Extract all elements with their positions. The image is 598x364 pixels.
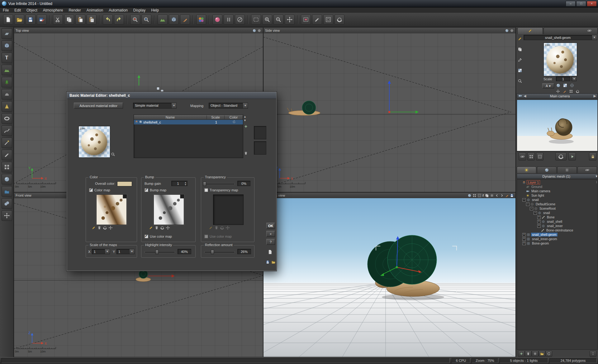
- previous-view-icon[interactable]: [495, 194, 499, 198]
- array-tool[interactable]: [2, 162, 12, 172]
- column-scale[interactable]: Scale: [207, 115, 225, 119]
- snail-object[interactable]: [287, 101, 320, 115]
- uv-mapping-icon[interactable]: [569, 89, 573, 93]
- material-library-icon[interactable]: [271, 260, 275, 264]
- wand-tool[interactable]: [2, 138, 12, 148]
- grid-overlay-icon[interactable]: [527, 152, 535, 161]
- edit-object-icon[interactable]: [517, 35, 523, 42]
- edit-map-icon[interactable]: [209, 226, 213, 230]
- text-tool[interactable]: T: [2, 53, 12, 63]
- add-layer-icon[interactable]: [518, 351, 525, 357]
- color-map-checkbox[interactable]: Color map: [89, 188, 110, 192]
- tree-item-snail-shell[interactable]: +snail_shell: [517, 219, 598, 224]
- menu-atmosphere[interactable]: Atmosphere: [40, 8, 66, 13]
- refresh-tree-icon[interactable]: [545, 351, 552, 357]
- edit-map-icon[interactable]: [92, 226, 96, 230]
- layers-icon[interactable]: [485, 194, 489, 198]
- scale-unit-dropdown[interactable]: ▼: [572, 77, 577, 81]
- transparency-map-thumbnail[interactable]: [213, 194, 244, 225]
- chevron-down-icon[interactable]: ▼: [592, 35, 597, 40]
- menu-render[interactable]: Render: [66, 8, 83, 13]
- import-object-icon[interactable]: [539, 351, 545, 357]
- list-scroll-up-icon[interactable]: ▲: [244, 115, 246, 118]
- inherit-color-icon[interactable]: [232, 120, 236, 124]
- tree-expander-icon[interactable]: −: [534, 211, 537, 215]
- material-editor-button[interactable]: [180, 15, 190, 25]
- x-scale-input[interactable]: 1 ▼: [92, 249, 110, 254]
- export-button[interactable]: [37, 15, 47, 25]
- thumbnail-view-icon[interactable]: [536, 152, 543, 161]
- bump-map-thumbnail[interactable]: [154, 194, 184, 225]
- tree-item-snail-inner-geom[interactable]: +snail_inner-geom: [517, 237, 598, 241]
- pan-view-button[interactable]: [285, 15, 295, 25]
- mesh-bar[interactable]: Dynamic mesh (1) ▾: [517, 174, 598, 179]
- paint-overlay-icon[interactable]: [505, 194, 509, 198]
- tree-item-layer-1[interactable]: Layer 1: [517, 180, 598, 184]
- tree-item-bone[interactable]: +Bone: [517, 215, 598, 219]
- cancel-button[interactable]: ×: [266, 231, 275, 237]
- rotate-map-icon[interactable]: [103, 226, 107, 230]
- delete-map-icon[interactable]: [154, 226, 159, 230]
- terrain-tool[interactable]: [2, 65, 12, 75]
- orbit-camera-button[interactable]: [555, 152, 567, 161]
- render-options-button[interactable]: [196, 15, 206, 25]
- viewport-options-icon[interactable]: [257, 29, 261, 33]
- pick-object-button[interactable]: [130, 15, 140, 25]
- spin-arrows[interactable]: ▲▼: [184, 181, 187, 186]
- cone-tool[interactable]: [2, 101, 12, 112]
- view-list-icon[interactable]: [490, 194, 494, 198]
- object-name-dropdown[interactable]: snail_shell-geom ▼: [524, 35, 597, 40]
- highlight-intensity-slider[interactable]: [145, 250, 175, 254]
- tab-object-links[interactable]: [543, 27, 598, 34]
- paint-icon[interactable]: [562, 89, 567, 93]
- zoom-preview-icon[interactable]: [517, 78, 523, 84]
- save-material-icon[interactable]: [266, 260, 270, 264]
- zoom-in-button[interactable]: [262, 15, 272, 25]
- zoom-out-button[interactable]: [273, 15, 283, 25]
- menu-help[interactable]: Help: [148, 8, 162, 13]
- tree-expander-icon[interactable]: +: [522, 242, 526, 245]
- tree-expander-icon[interactable]: −: [522, 198, 526, 202]
- menu-display[interactable]: Display: [131, 8, 148, 13]
- marquee-select-button[interactable]: [251, 15, 261, 25]
- menu-automation[interactable]: Automation: [106, 8, 131, 13]
- item-options-icon[interactable]: [532, 351, 539, 357]
- solid-view-icon[interactable]: [477, 194, 482, 198]
- sun-light-gizmo[interactable]: [138, 75, 164, 92]
- rotate-map-icon[interactable]: [160, 226, 164, 230]
- viewport-display-icon[interactable]: [505, 29, 509, 33]
- move-tool[interactable]: [2, 210, 12, 221]
- chevron-down-icon[interactable]: ▼: [129, 249, 134, 254]
- list-scroll-down-icon[interactable]: ▼: [244, 119, 246, 122]
- transparency-map-checkbox[interactable]: Transparency map: [204, 188, 238, 192]
- camera-prev-arrow[interactable]: ◀: [524, 94, 526, 98]
- column-name[interactable]: Name: [134, 115, 207, 119]
- camera-next-arrow[interactable]: ▶: [594, 94, 596, 98]
- new-scene-button[interactable]: [3, 15, 13, 25]
- play-animation-button[interactable]: [568, 152, 576, 161]
- orbit-view-button[interactable]: [335, 15, 344, 25]
- transform-map-icon[interactable]: [225, 226, 230, 230]
- cube-tool[interactable]: [2, 40, 12, 51]
- tree-expander-icon[interactable]: +: [537, 224, 541, 228]
- reflection-amount-slider[interactable]: [204, 250, 235, 254]
- copy-object-icon[interactable]: [517, 46, 523, 52]
- tree-item-ground[interactable]: Ground: [517, 184, 598, 189]
- pick-material-button[interactable]: [141, 15, 151, 25]
- render-button[interactable]: [212, 15, 222, 25]
- delete-material-layer-icon[interactable]: [244, 151, 248, 155]
- viewport-side-canvas[interactable]: Z X 5m 10m: [263, 33, 515, 192]
- y-scale-input[interactable]: 1 ▼: [116, 249, 135, 254]
- menu-object[interactable]: Object: [24, 8, 40, 13]
- tree-item-sceneroot[interactable]: −SceneRoot: [517, 206, 598, 211]
- menu-animation[interactable]: Animation: [84, 8, 106, 13]
- dialog-title-bar[interactable]: Basic Material Editor: shellshell_c: [67, 92, 276, 99]
- tree-expander-icon[interactable]: −: [526, 203, 529, 206]
- shading-wireframe-icon[interactable]: [570, 83, 574, 88]
- viewport-side[interactable]: Side view: [263, 27, 516, 192]
- paste-special-button[interactable]: [87, 15, 97, 25]
- sphere-tool[interactable]: [2, 174, 12, 184]
- material-preview[interactable]: 10m: [543, 43, 577, 76]
- transform-map-icon[interactable]: [166, 226, 170, 230]
- tree-item-snail-shell-geom[interactable]: +snail_shell-geom: [517, 232, 598, 237]
